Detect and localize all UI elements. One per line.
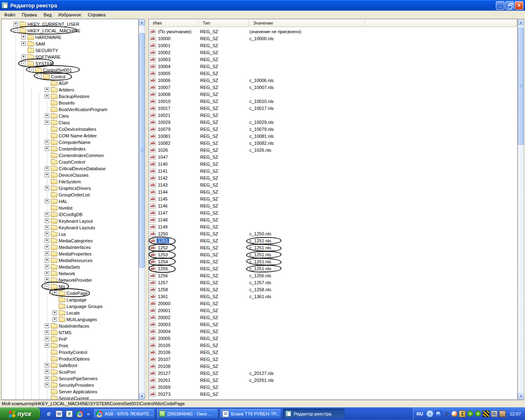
tree-item-HAL[interactable]: +HAL [2,198,139,205]
tree-item-ScsiPort[interactable]: +ScsiPort [2,369,139,375]
value-row-1258[interactable]: ab1258REG_SZc_1258.nls [149,287,517,294]
expand-plus-icon[interactable]: + [45,146,49,151]
column-header-Имя[interactable]: Имя [149,19,199,27]
tree-item-Language Groups[interactable]: Language Groups [2,303,139,310]
collapse-minus-icon[interactable]: - [29,68,34,72]
column-header-Значение[interactable]: Значение [249,19,365,27]
menu-item-1[interactable]: Правка [18,11,40,18]
scroll-up-button[interactable]: ▲ [139,19,145,25]
expand-plus-icon[interactable]: + [45,251,49,256]
collapse-minus-icon[interactable]: - [14,28,18,33]
tree-item-Keyboard Layouts[interactable]: +Keyboard Layouts [2,224,139,231]
expand-plus-icon[interactable]: + [45,232,49,236]
expand-plus-icon[interactable]: + [45,258,49,262]
language-indicator[interactable]: RU [417,411,423,416]
minimize-button[interactable]: _ [496,1,504,10]
expand-plus-icon[interactable]: + [45,219,49,223]
tree-item-CodePage[interactable]: +CodePage [2,290,139,297]
scroll-down-button[interactable]: ▼ [518,393,524,399]
value-row-1250[interactable]: ab1250REG_SZc_1250.nls [149,231,517,238]
start-button[interactable]: пуск [0,407,40,420]
tree-item-ControlSet001[interactable]: -ControlSet001 [2,67,139,73]
tree-item-Arbiters[interactable]: +Arbiters [2,87,139,93]
tree-item-ContentIndex[interactable]: +ContentIndex [2,146,139,152]
tree-item-DeviceClasses[interactable]: +DeviceClasses [2,172,139,178]
tree-item-NetworkProvider[interactable]: +NetworkProvider [2,277,139,283]
expand-plus-icon[interactable]: + [45,186,49,190]
registry-tree[interactable]: +HKEY_CURRENT_USER-HKEY_LOCAL_MACHINE+HA… [1,19,139,400]
tree-item-PnP[interactable]: +PnP [2,336,139,342]
value-row-1256[interactable]: ab1256REG_SZc_1256.nls [149,273,517,280]
tree-item-SecurityProviders[interactable]: +SecurityProviders [2,382,139,388]
value-row-1146[interactable]: ab1146REG_SZ [149,203,517,210]
tree-item-Biosinfo[interactable]: Biosinfo [2,100,139,106]
value-row-10082[interactable]: ab10082REG_SZc_10082.nls [149,140,517,147]
tree-item-MediaSets[interactable]: +MediaSets [2,264,139,270]
value-row-1361[interactable]: ab1361REG_SZc_1361.nls [149,294,517,301]
value-row-20003[interactable]: ab20003REG_SZ [149,322,517,329]
value-row-1251[interactable]: ab1251REG_SZc_1251.nls [149,238,517,245]
tree-item-Class[interactable]: +Class [2,119,139,126]
scroll-down-button[interactable]: ▼ [139,393,145,399]
bat-icon[interactable] [483,411,489,417]
tree-item-CriticalDeviceDatabase[interactable]: +CriticalDeviceDatabase [2,165,139,172]
value-row-20002[interactable]: ab20002REG_SZ [149,315,517,322]
close-button[interactable]: × [515,1,523,10]
tree-item-Nls[interactable]: -Nls [2,283,139,290]
value-row-10005[interactable]: ab10005REG_SZ [149,71,517,78]
value-row-10006[interactable]: ab10006REG_SZc_10006.nls [149,78,517,84]
tree-item-ProductOptions[interactable]: ProductOptions [2,356,139,362]
task-button-3[interactable]: Редактор реестра [283,409,345,419]
expand-plus-icon[interactable]: + [45,238,49,243]
value-row-10004[interactable]: ab10004REG_SZ [149,64,517,71]
task-button-2[interactable]: WБланк ТТК РУВЕН-ТР... [220,409,281,419]
tree-item-GraphicsDrivers[interactable]: +GraphicsDrivers [2,185,139,192]
tree-item-BootVerificationProgram[interactable]: BootVerificationProgram [2,106,139,113]
value-row-20001[interactable]: ab20001REG_SZ [149,308,517,315]
tree-item-Server Applications[interactable]: Server Applications [2,388,139,395]
expand-plus-icon[interactable]: + [45,278,49,282]
value-row-10001[interactable]: ab10001REG_SZ [149,43,517,50]
tree-item-GroupOrderList[interactable]: GroupOrderList [2,192,139,198]
value-row-1145[interactable]: ab1145REG_SZ [149,196,517,203]
expand-plus-icon[interactable]: + [21,55,26,59]
tree-item-NodeInterfaces[interactable]: +NodeInterfaces [2,323,139,329]
value-row-1143[interactable]: ab1143REG_SZ [149,182,517,189]
value-row-10021[interactable]: ab10021REG_SZ [149,112,517,119]
value-row-1255[interactable]: ab1255REG_SZc_1251.nls [149,266,517,273]
tree-item-MUILanguages[interactable]: +MUILanguages [2,316,139,323]
value-row-20000[interactable]: ab20000REG_SZ [149,301,517,308]
expand-plus-icon[interactable]: + [45,370,49,374]
excel-icon[interactable]: X [66,410,73,418]
value-row-20269[interactable]: ab20269REG_SZ [149,384,517,391]
tree-item-MediaResources[interactable]: +MediaResources [2,257,139,264]
menu-item-3[interactable]: Избранное [55,11,84,18]
scroll-up-button[interactable]: ▲ [518,19,524,25]
tree-item-Language[interactable]: Language [2,297,139,303]
value-row-10002[interactable]: ab10002REG_SZ [149,50,517,57]
menu-item-4[interactable]: Справка [84,11,109,18]
expand-plus-icon[interactable]: + [45,376,49,381]
expand-plus-icon[interactable]: + [45,363,49,368]
column-header-empty[interactable] [365,19,517,27]
expand-plus-icon[interactable]: + [45,120,49,125]
chrome-icon[interactable] [76,410,83,418]
expand-plus-icon[interactable]: + [45,330,49,335]
pane-splitter[interactable] [145,19,148,400]
value-row-20108[interactable]: ab20108REG_SZ [149,363,517,370]
tree-vertical-scrollbar[interactable]: ▲ ▼ [139,19,145,400]
sigma-icon[interactable]: Σ [459,411,466,417]
tree-item-Print[interactable]: +Print [2,342,139,349]
tree-item-CoDeviceInstallers[interactable]: CoDeviceInstallers [2,126,139,132]
title-bar[interactable]: Редактор реестра _ × [0,0,525,11]
tree-item-Keyboard Layout[interactable]: +Keyboard Layout [2,218,139,224]
value-row-20127[interactable]: ab20127REG_SZc_20127.nls [149,370,517,377]
value-row-1148[interactable]: ab1148REG_SZ [149,217,517,224]
tray-collapse-icon[interactable]: ‹ [427,411,433,417]
value-row-1140[interactable]: ab1140REG_SZ [149,161,517,168]
value-row-1252[interactable]: ab1252REG_SZc_1251.nls [149,245,517,252]
tree-item-BackupRestore[interactable]: +BackupRestore [2,93,139,100]
value-row-20105[interactable]: ab20105REG_SZ [149,342,517,349]
menu-item-0[interactable]: Файл [1,11,18,18]
tree-item-SECURITY[interactable]: SECURITY [2,47,139,54]
